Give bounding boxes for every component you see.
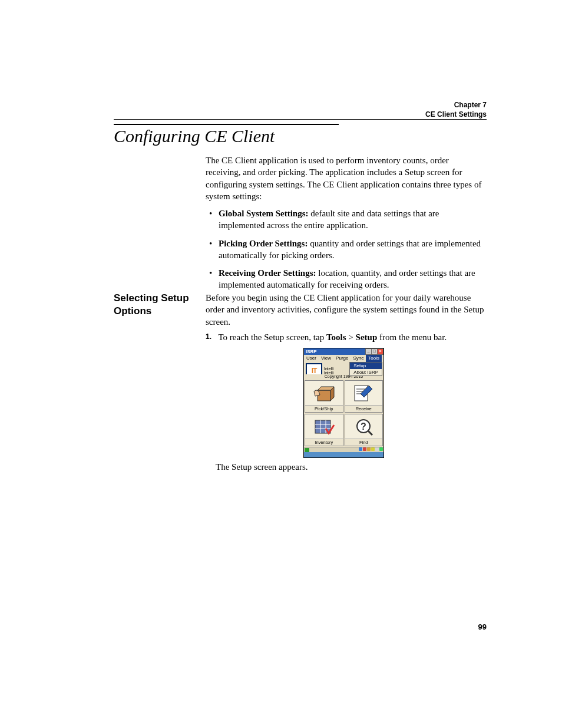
cell-receive[interactable]: Receive	[345, 380, 384, 413]
step-number: 1.	[206, 332, 216, 341]
bullet-lead: Receiving Order Settings:	[219, 268, 316, 278]
running-header: Chapter 7 CE Client Settings	[425, 100, 487, 119]
menu-bar: User View Purge Sync Tools	[304, 355, 384, 362]
svg-text:?: ?	[361, 421, 366, 431]
tray-icon	[363, 447, 366, 451]
after-screenshot-text: The Setup screen appears.	[216, 462, 308, 472]
taskbar	[304, 447, 384, 452]
tray-icon	[375, 447, 379, 451]
section-title: Configuring CE Client	[114, 126, 275, 146]
step-text: To reach the Setup screen, tap Tools > S…	[218, 332, 447, 342]
rule-top	[114, 119, 487, 120]
cell-label: Inventory	[305, 439, 343, 446]
tools-dropdown: Setup About ISRP	[349, 362, 382, 376]
step-1: 1. To reach the Setup screen, tap Tools …	[206, 332, 486, 342]
cell-inventory[interactable]: Inventory	[305, 414, 343, 446]
intro-paragraph: The CE Client application is used to per…	[206, 154, 486, 202]
question-mark-icon: ?	[345, 414, 383, 439]
chapter-subtitle: CE Client Settings	[425, 110, 487, 119]
cell-label: Pick/Ship	[305, 405, 343, 412]
page-number: 99	[478, 622, 487, 631]
app-grid: Pick/Ship Receive	[304, 380, 384, 452]
box-hands-icon	[305, 381, 343, 405]
svg-rect-0	[318, 390, 330, 401]
window-title: ISRP	[306, 349, 317, 354]
clipboard-pen-icon	[345, 381, 383, 405]
cell-pick-ship[interactable]: Pick/Ship	[305, 380, 343, 413]
menu-user[interactable]: User	[304, 355, 319, 362]
embedded-screenshot: ISRP _ □ × User View Purge Sync Tools Se…	[303, 348, 384, 458]
close-button[interactable]: ×	[377, 348, 384, 355]
cell-label: Receive	[345, 405, 383, 412]
tray-icon	[371, 447, 375, 451]
window-buttons: _ □ ×	[366, 348, 384, 355]
side-heading: Selecting Setup Options	[114, 292, 196, 318]
start-button-icon[interactable]	[305, 448, 309, 452]
tray-icon	[379, 447, 383, 451]
bullet-lead: Picking Order Settings:	[219, 239, 308, 248]
bullet-item: Global System Settings: default site and…	[206, 207, 486, 232]
menu-sync[interactable]: Sync	[351, 355, 366, 362]
cell-label: Find	[345, 439, 383, 446]
system-tray	[359, 447, 383, 451]
bullet-list: Global System Settings: default site and…	[206, 207, 486, 297]
dropdown-item-setup[interactable]: Setup	[350, 363, 382, 369]
menu-view[interactable]: View	[319, 355, 333, 362]
chapter-label: Chapter 7	[425, 100, 487, 110]
menu-purge[interactable]: Purge	[333, 355, 351, 362]
dropdown-item-about[interactable]: About ISRP	[350, 369, 382, 375]
page: Chapter 7 CE Client Settings Configuring…	[0, 0, 562, 728]
tray-icon	[359, 447, 362, 451]
tray-icon	[367, 447, 371, 451]
window-titlebar: ISRP _ □ ×	[304, 348, 384, 355]
rule-under-title	[114, 124, 339, 125]
menu-tools[interactable]: Tools	[366, 355, 382, 362]
bullet-item: Picking Order Settings: quantity and ord…	[206, 238, 486, 262]
bullet-item: Receiving Order Settings: location, quan…	[206, 267, 486, 291]
setup-paragraph: Before you begin using the CE Client app…	[206, 292, 486, 328]
bullet-lead: Global System Settings:	[219, 209, 309, 218]
shelf-check-icon	[305, 414, 343, 439]
cell-find[interactable]: ? Find	[345, 414, 384, 446]
